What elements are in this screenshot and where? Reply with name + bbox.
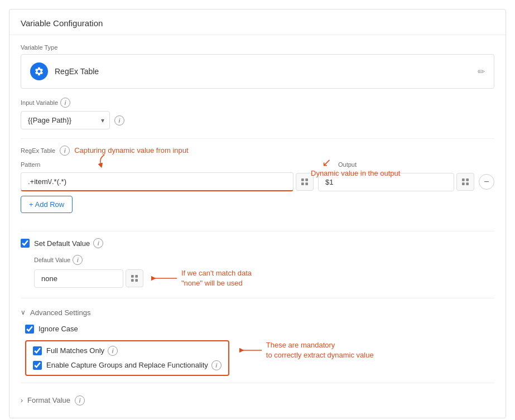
svg-rect-7 <box>466 183 469 186</box>
advanced-chevron-down-icon: ∨ <box>21 308 26 316</box>
format-value-info-icon[interactable]: i <box>75 395 85 405</box>
highlighted-checkboxes: Full Matches Only i Enable Capture Group… <box>25 340 229 376</box>
set-default-checkbox-row: Set Default Value i <box>21 238 494 248</box>
svg-rect-9 <box>135 275 138 278</box>
regex-info-icon[interactable]: i <box>60 146 70 156</box>
input-variable-row: {{Page Path}} ▾ i <box>21 111 494 129</box>
svg-rect-6 <box>462 183 465 186</box>
default-value-section: Default Value i <box>34 255 494 288</box>
format-value-section: › Format Value i <box>21 390 494 409</box>
full-matches-checkbox[interactable] <box>33 346 42 355</box>
svg-rect-0 <box>301 178 304 181</box>
svg-rect-8 <box>131 275 134 278</box>
pattern-input-wrapper <box>21 172 314 191</box>
svg-rect-10 <box>131 279 134 282</box>
variable-type-box: RegEx Table ✏ <box>21 54 494 89</box>
svg-rect-1 <box>305 178 308 181</box>
output-icon-btn[interactable] <box>456 173 474 191</box>
add-row-button[interactable]: + Add Row <box>21 196 73 213</box>
variable-type-section: Variable Type RegEx Table ✏ <box>21 44 494 89</box>
output-input[interactable] <box>318 173 454 191</box>
advanced-settings-section: ∨ Advanced Settings Ignore Case <box>21 305 494 376</box>
svg-rect-11 <box>135 279 138 282</box>
mandatory-annotation-text: These are mandatory to correctly extract… <box>266 340 374 360</box>
none-annotation-text: If we can't match data "none" will be us… <box>181 268 252 288</box>
default-value-label: Default Value i <box>34 255 494 265</box>
format-value-toggle[interactable]: › Format Value i <box>21 392 494 409</box>
table-header-row: Pattern Output <box>21 161 494 170</box>
default-value-row: If we can't match data "none" will be us… <box>34 268 494 288</box>
output-col-header: Output <box>338 161 494 170</box>
capture-groups-info-icon[interactable]: i <box>211 360 222 370</box>
regex-label-row: RegEx Table i Capturing dynamic value fr… <box>21 146 494 156</box>
capturing-annotation: Capturing dynamic value from input <box>74 146 189 156</box>
advanced-content: Ignore Case Full Matches Only i <box>21 320 494 376</box>
pattern-input[interactable] <box>21 172 293 191</box>
gear-icon <box>30 62 48 80</box>
set-default-info-icon[interactable]: i <box>93 238 103 248</box>
svg-rect-5 <box>466 178 469 181</box>
format-chevron-right-icon: › <box>21 397 23 404</box>
ignore-case-checkbox[interactable] <box>25 325 34 334</box>
full-matches-row: Full Matches Only i <box>33 346 222 356</box>
default-input-wrapper <box>34 269 146 288</box>
panel-body: Variable Type RegEx Table ✏ Input Variab… <box>9 35 506 418</box>
svg-rect-2 <box>301 183 304 186</box>
edit-icon[interactable]: ✏ <box>478 66 485 77</box>
set-default-checkbox[interactable] <box>21 239 30 248</box>
capture-groups-label[interactable]: Enable Capture Groups and Replace Functi… <box>46 360 222 370</box>
default-icon-btn[interactable] <box>126 269 143 287</box>
pattern-icon-btn[interactable] <box>296 173 314 191</box>
remove-row-button[interactable]: − <box>479 174 494 190</box>
default-value-input[interactable] <box>34 269 123 288</box>
variable-type-name: RegEx Table <box>55 67 99 76</box>
ignore-case-row: Ignore Case <box>25 325 494 334</box>
regex-table-label: RegEx Table <box>21 147 55 154</box>
mandatory-checkboxes-area: Full Matches Only i Enable Capture Group… <box>25 340 494 376</box>
regex-table-section: RegEx Table i Capturing dynamic value fr… <box>21 146 494 222</box>
none-annotation: If we can't match data "none" will be us… <box>150 268 252 288</box>
output-input-wrapper <box>318 173 474 191</box>
capture-groups-checkbox[interactable] <box>33 361 42 370</box>
panel-header: Variable Configuration <box>9 9 506 35</box>
set-default-label[interactable]: Set Default Value i <box>34 238 103 248</box>
variable-type-label: Variable Type <box>21 44 494 51</box>
ignore-case-label[interactable]: Ignore Case <box>38 325 78 333</box>
table-input-row: − <box>21 172 494 191</box>
full-matches-info-icon[interactable]: i <box>108 346 118 356</box>
input-variable-select-wrapper: {{Page Path}} ▾ <box>21 111 110 129</box>
variable-info-icon[interactable]: i <box>114 115 124 125</box>
input-variable-section: Input Variable i {{Page Path}} ▾ i <box>21 98 494 129</box>
variable-configuration-panel: Variable Configuration Variable Type Reg… <box>9 9 506 418</box>
set-default-section: Set Default Value i Default Value i <box>21 238 494 288</box>
input-variable-label: Input Variable i <box>21 98 494 108</box>
mandatory-annotation: These are mandatory to correctly extract… <box>238 340 374 360</box>
panel-title: Variable Configuration <box>21 18 494 28</box>
default-value-info-icon[interactable]: i <box>73 255 83 265</box>
full-matches-label[interactable]: Full Matches Only i <box>46 346 118 356</box>
input-variable-info-icon[interactable]: i <box>60 98 70 108</box>
svg-rect-3 <box>305 183 308 186</box>
capture-groups-row: Enable Capture Groups and Replace Functi… <box>33 360 222 370</box>
variable-type-left: RegEx Table <box>30 62 99 80</box>
svg-rect-4 <box>462 178 465 181</box>
advanced-settings-toggle[interactable]: ∨ Advanced Settings <box>21 305 494 320</box>
input-variable-select[interactable]: {{Page Path}} <box>21 111 110 129</box>
pattern-col-header: Pattern <box>21 161 325 170</box>
